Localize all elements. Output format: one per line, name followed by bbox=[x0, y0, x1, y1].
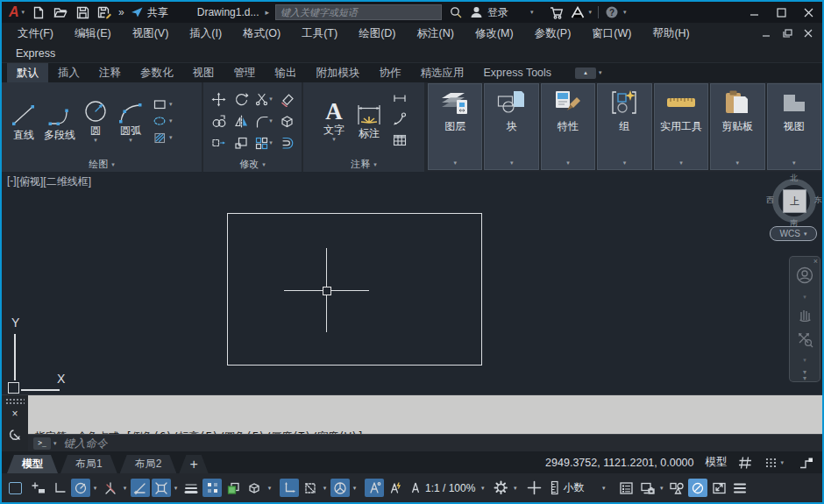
new-file-button[interactable] bbox=[31, 4, 46, 20]
new-layout-button[interactable]: + bbox=[179, 455, 208, 473]
menu-parametric[interactable]: 参数(P) bbox=[524, 26, 582, 41]
compass-east[interactable]: 东 bbox=[814, 195, 822, 206]
isolate-objects-button[interactable] bbox=[667, 479, 686, 497]
ribbon-tab-view[interactable]: 视图 bbox=[183, 63, 224, 82]
dynamic-input-button[interactable] bbox=[29, 479, 48, 497]
ellipse-button[interactable]: ▾ bbox=[153, 115, 173, 127]
circle-button[interactable]: 圆 ▾ bbox=[78, 98, 113, 144]
navbar-more-chevrons[interactable]: ▾▾ bbox=[803, 369, 806, 381]
wheel-flyout-caret[interactable]: ▾ bbox=[803, 294, 806, 301]
doc-restore-button[interactable] bbox=[778, 26, 796, 40]
menu-window[interactable]: 窗口(W) bbox=[581, 26, 642, 41]
viewport-view-control[interactable]: [俯视] bbox=[17, 174, 44, 189]
rectangle-button[interactable]: ▾ bbox=[153, 98, 173, 110]
annotation-scale-button[interactable]: 1:1 / 100% ▾ bbox=[407, 479, 489, 497]
ribbon-tab-collaborate[interactable]: 协作 bbox=[370, 63, 411, 82]
draw-panel-footer[interactable]: 绘图▾ bbox=[2, 157, 202, 172]
compass-north[interactable]: 北 bbox=[790, 173, 798, 184]
ribbon-tab-annotate[interactable]: 注释 bbox=[89, 63, 131, 82]
osnap-caret[interactable]: ▾ bbox=[172, 485, 180, 492]
customize-button[interactable] bbox=[730, 479, 749, 497]
gizmo-caret[interactable]: ▾ bbox=[351, 485, 359, 492]
pan-button[interactable] bbox=[796, 306, 813, 325]
app-menu-button[interactable]: A ▾ bbox=[9, 5, 25, 19]
dynamic-ucs-caret[interactable]: ▾ bbox=[321, 485, 329, 492]
title-flyout-arrow[interactable]: ▸ bbox=[265, 8, 269, 17]
menu-format[interactable]: 格式(O) bbox=[232, 26, 291, 41]
close-button[interactable] bbox=[798, 4, 819, 21]
tab-model[interactable]: 模型 bbox=[7, 455, 58, 473]
quick-properties-button[interactable] bbox=[616, 479, 636, 497]
text-caret[interactable]: ▾ bbox=[332, 136, 336, 143]
app-store-button[interactable] bbox=[549, 4, 565, 20]
viewport-menu[interactable]: [-] bbox=[7, 174, 17, 189]
explode-button[interactable] bbox=[280, 114, 295, 129]
leader-button[interactable] bbox=[393, 112, 407, 129]
search-button[interactable] bbox=[448, 4, 464, 20]
crosshair-plus-button[interactable] bbox=[524, 479, 543, 497]
arc-flyout-caret[interactable]: ▾ bbox=[129, 137, 132, 144]
circle-flyout-caret[interactable]: ▾ bbox=[94, 137, 97, 144]
offset-button[interactable] bbox=[280, 136, 295, 150]
wcs-dropdown[interactable]: WCS ▾ bbox=[770, 226, 817, 241]
command-prompt-button[interactable]: >_ ▾ bbox=[33, 437, 57, 450]
palette-close-icon[interactable]: × bbox=[11, 408, 18, 419]
clean-screen-button[interactable] bbox=[709, 479, 728, 497]
maximize-button[interactable] bbox=[771, 4, 792, 21]
model-paper-toggle[interactable]: 模型 bbox=[705, 455, 727, 470]
ribbon-tab-manage[interactable]: 管理 bbox=[224, 63, 266, 82]
palette-drag-grip[interactable] bbox=[5, 398, 25, 404]
gizmo-button[interactable] bbox=[330, 479, 350, 497]
compass-west[interactable]: 西 bbox=[766, 195, 774, 206]
zoom-extents-button[interactable] bbox=[796, 330, 813, 351]
ortho-mode-button[interactable] bbox=[50, 479, 69, 497]
polyline-button[interactable]: 多段线 bbox=[41, 101, 78, 141]
object-snap-button[interactable] bbox=[152, 479, 171, 497]
view-cube[interactable]: 上 北 南 西 东 bbox=[769, 175, 820, 226]
workspace-button[interactable] bbox=[491, 479, 510, 497]
ribbon-tab-express-tools[interactable]: Express Tools bbox=[474, 63, 562, 82]
properties-panel-button[interactable]: 特性 ▾ bbox=[541, 83, 595, 170]
object-snap-tracking-button[interactable] bbox=[131, 479, 150, 497]
doc-minimize-button[interactable] bbox=[757, 26, 775, 40]
text-button[interactable]: A 文字 ▾ bbox=[321, 99, 347, 143]
annotation-panel-footer[interactable]: 注释▾ bbox=[303, 157, 424, 172]
ucs-toggle-button[interactable] bbox=[280, 479, 299, 497]
ribbon-tab-insert[interactable]: 插入 bbox=[48, 63, 89, 82]
block-panel-button[interactable]: 块 ▾ bbox=[484, 83, 538, 170]
autodesk-account-button[interactable]: ▾ bbox=[571, 6, 593, 18]
annotation-visibility-button[interactable] bbox=[365, 479, 384, 497]
zoom-flyout-caret[interactable]: ▾ bbox=[803, 357, 806, 364]
view-panel-button[interactable]: 视图 ▾ bbox=[767, 83, 821, 170]
navigation-wheel-button[interactable] bbox=[795, 266, 814, 288]
utilities-panel-button[interactable]: 实用工具 ▾ bbox=[654, 83, 708, 170]
ribbon-tab-output[interactable]: 输出 bbox=[266, 63, 307, 82]
menu-dimension[interactable]: 标注(N) bbox=[407, 26, 465, 41]
drawing-canvas[interactable]: [-] [俯视] [二维线框] Y X 上 北 南 西 东 WCS ▾ bbox=[2, 172, 822, 394]
mirror-button[interactable] bbox=[234, 114, 249, 128]
menu-tools[interactable]: 工具(T) bbox=[291, 26, 348, 41]
erase-button[interactable] bbox=[280, 92, 295, 107]
open-file-button[interactable] bbox=[53, 4, 68, 20]
polar-caret[interactable]: ▾ bbox=[91, 485, 99, 492]
fillet-button[interactable]: ▾ bbox=[255, 115, 273, 128]
dim-linear-button[interactable] bbox=[393, 92, 407, 108]
customize-wrench-icon[interactable] bbox=[9, 429, 21, 441]
command-input[interactable] bbox=[62, 437, 817, 451]
dimension-button[interactable]: 标注 bbox=[352, 103, 386, 139]
stretch-button[interactable] bbox=[211, 136, 226, 150]
table-button[interactable] bbox=[393, 133, 407, 150]
menu-insert[interactable]: 插入(I) bbox=[179, 26, 232, 41]
menu-draw[interactable]: 绘图(D) bbox=[348, 26, 406, 41]
isodraft-caret[interactable]: ▾ bbox=[121, 485, 129, 492]
search-input[interactable] bbox=[275, 4, 442, 20]
workspace-caret[interactable]: ▾ bbox=[511, 485, 519, 492]
hatch-button[interactable]: ▾ bbox=[153, 131, 173, 145]
save-button[interactable] bbox=[75, 4, 90, 20]
dynamic-ucs-button[interactable] bbox=[301, 479, 320, 497]
selection-cycling-button[interactable] bbox=[224, 479, 243, 497]
ribbon-tab-addins[interactable]: 附加模块 bbox=[307, 63, 370, 82]
view-cube-top-face[interactable]: 上 bbox=[783, 189, 806, 213]
line-button[interactable]: 直线 bbox=[6, 101, 41, 141]
tab-layout2[interactable]: 布局2 bbox=[120, 455, 177, 473]
